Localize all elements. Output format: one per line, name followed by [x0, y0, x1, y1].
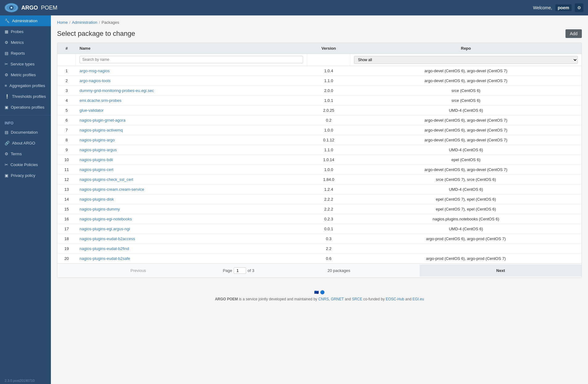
navbar-right: Welcome, poem ⚙	[533, 3, 583, 12]
brand-poem: POEM	[41, 5, 57, 11]
package-link[interactable]: nagios-plugins-egi.argus-ngi	[80, 227, 130, 231]
sidebar-label-documentation: Documentation	[11, 130, 38, 135]
cell-num: 14	[57, 194, 76, 204]
footer-link-srce[interactable]: SRCE	[352, 297, 362, 301]
sidebar-item-privacy-policy[interactable]: ▣ Privacy policy	[0, 170, 51, 181]
package-link[interactable]: nagios-plugin-grnet-agora	[80, 118, 125, 123]
sidebar-item-metric-profiles[interactable]: ⚙ Metric profiles	[0, 69, 51, 80]
breadcrumb-admin[interactable]: Administration	[72, 20, 97, 25]
footer-link-cnrs[interactable]: CNRS	[318, 297, 329, 301]
sidebar-item-probes[interactable]: ▦ Probes	[0, 26, 51, 37]
pagination-bar: Previous Page of 3 20 packages Next	[57, 263, 582, 278]
sidebar-item-metrics[interactable]: ⚙ Metrics	[0, 37, 51, 48]
sidebar-label-terms: Terms	[11, 152, 22, 156]
package-link[interactable]: nagios-plugins-eudat-b2access	[80, 236, 135, 241]
sidebar-item-thresholds-profiles[interactable]: ❕ Thresholds profiles	[0, 91, 51, 102]
cell-name: nagios-plugins-cert	[76, 165, 307, 174]
filter-repo-cell: Show all	[350, 54, 582, 66]
cell-version: 1.1.0	[307, 76, 350, 86]
cell-num: 17	[57, 224, 76, 234]
package-link[interactable]: nagios-plugins-argo	[80, 138, 115, 142]
package-link[interactable]: nagios-plugins-cert	[80, 167, 113, 172]
sidebar-item-operations-profiles[interactable]: ▣ Operations profiles	[0, 102, 51, 113]
package-link[interactable]: nagios-plugins-argus	[80, 148, 117, 152]
sidebar-item-aggregation-profiles[interactable]: ≡ Aggregation profiles	[0, 80, 51, 91]
package-link[interactable]: nagios-plugins-disk	[80, 197, 114, 202]
package-link[interactable]: argo-nagios-tools	[80, 78, 110, 83]
package-link[interactable]: nagios-plugins-check_ssl_cert	[80, 177, 133, 182]
welcome-text: Welcome,	[533, 5, 552, 10]
footer-link-egi[interactable]: EGI.eu	[413, 297, 424, 301]
sidebar-label-probes: Probes	[11, 29, 23, 34]
sidebar-item-cookie-policies[interactable]: ✂ Cookie Policies	[0, 159, 51, 170]
footer-link-eosc[interactable]: EOSC-Hub	[386, 297, 404, 301]
table-row: 3 dummy-grid-monitoring-probes-eu.egi.se…	[57, 86, 582, 96]
next-button[interactable]: Next	[420, 265, 582, 277]
sidebar-item-documentation[interactable]: ▤ Documentation	[0, 127, 51, 138]
package-link[interactable]: nagios-plugins-activemq	[80, 128, 123, 132]
sidebar: 🔧 Administration ▦ Probes ⚙ Metrics ▤ Re…	[0, 15, 51, 384]
cell-repo: epel (CentOS 7), epel (CentOS 6)	[350, 194, 582, 204]
footer-text-middle: is a service jointly developed and maint…	[239, 297, 318, 301]
service-types-icon: ✂	[5, 62, 8, 66]
sidebar-item-reports[interactable]: ▤ Reports	[0, 48, 51, 59]
cell-version: 2.2	[307, 244, 350, 253]
filter-num-cell	[57, 54, 76, 66]
add-button[interactable]: Add	[565, 29, 582, 38]
cell-repo: argo-devel (CentOS 6), argo-devel (CentO…	[350, 125, 582, 135]
package-link[interactable]: nagios-plugins-cream.cream-service	[80, 187, 144, 192]
brand-link[interactable]: ARGO POEM	[5, 3, 57, 12]
table-row: 2 argo-nagios-tools 1.1.0 argo-devel (Ce…	[57, 76, 582, 86]
sidebar-item-administration[interactable]: 🔧 Administration	[0, 15, 51, 26]
sidebar-item-about-argo[interactable]: 🔗 About ARGO	[0, 138, 51, 148]
package-link[interactable]: emi.dcache.srm-probes	[80, 98, 121, 103]
cell-version: 0.1.12	[307, 135, 350, 145]
package-link[interactable]: dummy-grid-monitoring-probes-eu.egi.sec	[80, 88, 154, 93]
cell-version: 1.1.0	[307, 145, 350, 155]
sidebar-item-terms[interactable]: ⚙ Terms	[0, 148, 51, 159]
sidebar-item-service-types[interactable]: ✂ Service types	[0, 59, 51, 69]
package-link[interactable]: glue-validator	[80, 108, 104, 113]
footer-text: ARGO POEM is a service jointly developed…	[63, 297, 576, 301]
sidebar-label-reports: Reports	[11, 51, 25, 56]
settings-button[interactable]: ⚙	[575, 3, 583, 12]
layout: 🔧 Administration ▦ Probes ⚙ Metrics ▤ Re…	[0, 15, 588, 384]
table-body: 1 argo-msg-nagios 1.0.4 argo-devel (Cent…	[57, 66, 582, 263]
table-row: 19 nagios-plugins-eudat-b2find 2.2	[57, 244, 582, 254]
cell-version: 0.0.1	[307, 224, 350, 234]
cell-version: 0.2	[307, 115, 350, 125]
about-argo-icon: 🔗	[5, 141, 10, 145]
package-link[interactable]: nagios-plugins-egi-notebooks	[80, 217, 132, 221]
packages-table: # Name Version Repo Show all	[57, 43, 582, 278]
search-input[interactable]	[80, 56, 303, 63]
sidebar-label-metric-profiles: Metric profiles	[11, 73, 36, 77]
sidebar-label-operations-profiles: Operations profiles	[11, 105, 44, 110]
cell-version: 1.0.4	[307, 66, 350, 76]
package-link[interactable]: nagios-plugins-dummy	[80, 207, 120, 211]
cell-version: 0.6	[307, 254, 350, 263]
footer-link-grnet[interactable]: GRNET	[331, 297, 344, 301]
breadcrumb-home[interactable]: Home	[57, 20, 68, 25]
page-number-input[interactable]	[234, 267, 246, 274]
table-row: 14 nagios-plugins-disk 2.2.2 epel (CentO…	[57, 194, 582, 204]
cell-name: nagios-plugins-egi.argus-ngi	[76, 224, 307, 234]
sidebar-label-aggregation-profiles: Aggregation profiles	[10, 83, 45, 88]
prev-button[interactable]: Previous	[57, 265, 219, 277]
package-link[interactable]: nagios-plugins-eudat-b2safe	[80, 256, 130, 261]
brand-argo: ARGO	[21, 5, 38, 11]
privacy-policy-icon: ▣	[5, 173, 8, 178]
cell-name: nagios-plugins-eudat-b2find	[76, 244, 307, 253]
repo-filter-select[interactable]: Show all	[354, 56, 578, 64]
sidebar-divider	[0, 115, 51, 115]
package-link[interactable]: argo-msg-nagios	[80, 69, 110, 73]
aggregation-profiles-icon: ≡	[5, 83, 7, 88]
package-link[interactable]: nagios-plugins-bdii	[80, 157, 113, 162]
package-link[interactable]: nagios-plugins-eudat-b2find	[80, 246, 129, 251]
cell-repo: argo-devel (CentOS 6), argo-devel (CentO…	[350, 165, 582, 174]
table-row: 4 emi.dcache.srm-probes 1.0.1 srce (Cent…	[57, 96, 582, 106]
cell-num: 5	[57, 106, 76, 115]
wrench-icon: 🔧	[5, 19, 10, 23]
breadcrumb: Home / Administration / Packages	[57, 20, 582, 25]
cell-num: 13	[57, 185, 76, 194]
col-header-num: #	[57, 43, 76, 54]
